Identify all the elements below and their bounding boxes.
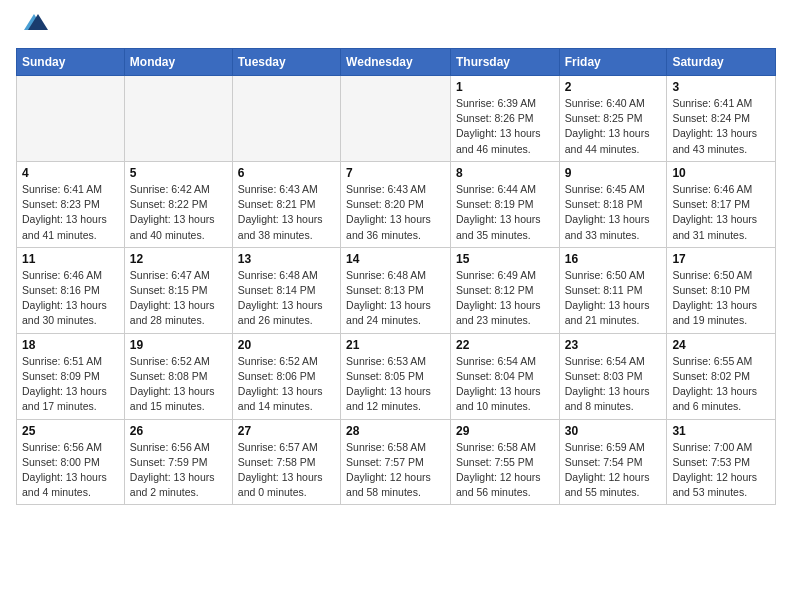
day-number: 24: [672, 338, 770, 352]
day-number: 26: [130, 424, 227, 438]
weekday-monday: Monday: [124, 49, 232, 76]
page-header: [16, 16, 776, 38]
weekday-friday: Friday: [559, 49, 667, 76]
day-cell: 21Sunrise: 6:53 AM Sunset: 8:05 PM Dayli…: [341, 333, 451, 419]
day-cell: 18Sunrise: 6:51 AM Sunset: 8:09 PM Dayli…: [17, 333, 125, 419]
day-info: Sunrise: 6:58 AM Sunset: 7:55 PM Dayligh…: [456, 440, 554, 501]
day-info: Sunrise: 6:58 AM Sunset: 7:57 PM Dayligh…: [346, 440, 445, 501]
day-cell: 26Sunrise: 6:56 AM Sunset: 7:59 PM Dayli…: [124, 419, 232, 505]
day-cell: [17, 76, 125, 162]
day-info: Sunrise: 6:52 AM Sunset: 8:08 PM Dayligh…: [130, 354, 227, 415]
day-cell: 28Sunrise: 6:58 AM Sunset: 7:57 PM Dayli…: [341, 419, 451, 505]
day-info: Sunrise: 6:56 AM Sunset: 7:59 PM Dayligh…: [130, 440, 227, 501]
day-number: 17: [672, 252, 770, 266]
weekday-tuesday: Tuesday: [232, 49, 340, 76]
day-cell: 11Sunrise: 6:46 AM Sunset: 8:16 PM Dayli…: [17, 247, 125, 333]
calendar-body: 1Sunrise: 6:39 AM Sunset: 8:26 PM Daylig…: [17, 76, 776, 505]
day-info: Sunrise: 6:44 AM Sunset: 8:19 PM Dayligh…: [456, 182, 554, 243]
day-info: Sunrise: 6:43 AM Sunset: 8:20 PM Dayligh…: [346, 182, 445, 243]
day-cell: [232, 76, 340, 162]
day-info: Sunrise: 6:46 AM Sunset: 8:16 PM Dayligh…: [22, 268, 119, 329]
day-number: 23: [565, 338, 662, 352]
day-cell: 3Sunrise: 6:41 AM Sunset: 8:24 PM Daylig…: [667, 76, 776, 162]
day-info: Sunrise: 6:59 AM Sunset: 7:54 PM Dayligh…: [565, 440, 662, 501]
day-cell: 20Sunrise: 6:52 AM Sunset: 8:06 PM Dayli…: [232, 333, 340, 419]
day-info: Sunrise: 6:45 AM Sunset: 8:18 PM Dayligh…: [565, 182, 662, 243]
day-number: 14: [346, 252, 445, 266]
day-info: Sunrise: 6:55 AM Sunset: 8:02 PM Dayligh…: [672, 354, 770, 415]
day-info: Sunrise: 6:41 AM Sunset: 8:23 PM Dayligh…: [22, 182, 119, 243]
week-row-1: 1Sunrise: 6:39 AM Sunset: 8:26 PM Daylig…: [17, 76, 776, 162]
day-cell: 23Sunrise: 6:54 AM Sunset: 8:03 PM Dayli…: [559, 333, 667, 419]
week-row-2: 4Sunrise: 6:41 AM Sunset: 8:23 PM Daylig…: [17, 161, 776, 247]
day-cell: 15Sunrise: 6:49 AM Sunset: 8:12 PM Dayli…: [450, 247, 559, 333]
day-number: 27: [238, 424, 335, 438]
day-cell: 14Sunrise: 6:48 AM Sunset: 8:13 PM Dayli…: [341, 247, 451, 333]
weekday-sunday: Sunday: [17, 49, 125, 76]
day-cell: 29Sunrise: 6:58 AM Sunset: 7:55 PM Dayli…: [450, 419, 559, 505]
day-number: 2: [565, 80, 662, 94]
calendar-table: SundayMondayTuesdayWednesdayThursdayFrid…: [16, 48, 776, 505]
day-info: Sunrise: 6:54 AM Sunset: 8:03 PM Dayligh…: [565, 354, 662, 415]
day-cell: 5Sunrise: 6:42 AM Sunset: 8:22 PM Daylig…: [124, 161, 232, 247]
day-number: 10: [672, 166, 770, 180]
day-info: Sunrise: 6:49 AM Sunset: 8:12 PM Dayligh…: [456, 268, 554, 329]
day-cell: 31Sunrise: 7:00 AM Sunset: 7:53 PM Dayli…: [667, 419, 776, 505]
day-info: Sunrise: 6:42 AM Sunset: 8:22 PM Dayligh…: [130, 182, 227, 243]
day-info: Sunrise: 6:40 AM Sunset: 8:25 PM Dayligh…: [565, 96, 662, 157]
day-info: Sunrise: 6:41 AM Sunset: 8:24 PM Dayligh…: [672, 96, 770, 157]
day-cell: 25Sunrise: 6:56 AM Sunset: 8:00 PM Dayli…: [17, 419, 125, 505]
day-cell: 6Sunrise: 6:43 AM Sunset: 8:21 PM Daylig…: [232, 161, 340, 247]
day-info: Sunrise: 6:51 AM Sunset: 8:09 PM Dayligh…: [22, 354, 119, 415]
day-cell: 24Sunrise: 6:55 AM Sunset: 8:02 PM Dayli…: [667, 333, 776, 419]
day-cell: 17Sunrise: 6:50 AM Sunset: 8:10 PM Dayli…: [667, 247, 776, 333]
weekday-thursday: Thursday: [450, 49, 559, 76]
day-number: 31: [672, 424, 770, 438]
day-number: 25: [22, 424, 119, 438]
day-number: 13: [238, 252, 335, 266]
day-info: Sunrise: 6:54 AM Sunset: 8:04 PM Dayligh…: [456, 354, 554, 415]
day-info: Sunrise: 6:52 AM Sunset: 8:06 PM Dayligh…: [238, 354, 335, 415]
day-number: 22: [456, 338, 554, 352]
day-info: Sunrise: 7:00 AM Sunset: 7:53 PM Dayligh…: [672, 440, 770, 501]
day-cell: 7Sunrise: 6:43 AM Sunset: 8:20 PM Daylig…: [341, 161, 451, 247]
day-number: 20: [238, 338, 335, 352]
day-info: Sunrise: 6:50 AM Sunset: 8:10 PM Dayligh…: [672, 268, 770, 329]
day-number: 4: [22, 166, 119, 180]
day-cell: 30Sunrise: 6:59 AM Sunset: 7:54 PM Dayli…: [559, 419, 667, 505]
day-number: 15: [456, 252, 554, 266]
day-cell: 8Sunrise: 6:44 AM Sunset: 8:19 PM Daylig…: [450, 161, 559, 247]
day-cell: 12Sunrise: 6:47 AM Sunset: 8:15 PM Dayli…: [124, 247, 232, 333]
day-info: Sunrise: 6:50 AM Sunset: 8:11 PM Dayligh…: [565, 268, 662, 329]
day-number: 6: [238, 166, 335, 180]
day-number: 29: [456, 424, 554, 438]
day-number: 18: [22, 338, 119, 352]
day-number: 19: [130, 338, 227, 352]
day-cell: 10Sunrise: 6:46 AM Sunset: 8:17 PM Dayli…: [667, 161, 776, 247]
day-cell: [341, 76, 451, 162]
day-cell: 22Sunrise: 6:54 AM Sunset: 8:04 PM Dayli…: [450, 333, 559, 419]
day-info: Sunrise: 6:39 AM Sunset: 8:26 PM Dayligh…: [456, 96, 554, 157]
day-number: 30: [565, 424, 662, 438]
day-info: Sunrise: 6:57 AM Sunset: 7:58 PM Dayligh…: [238, 440, 335, 501]
day-cell: [124, 76, 232, 162]
day-number: 12: [130, 252, 227, 266]
day-number: 28: [346, 424, 445, 438]
day-number: 5: [130, 166, 227, 180]
day-cell: 1Sunrise: 6:39 AM Sunset: 8:26 PM Daylig…: [450, 76, 559, 162]
day-cell: 16Sunrise: 6:50 AM Sunset: 8:11 PM Dayli…: [559, 247, 667, 333]
day-info: Sunrise: 6:48 AM Sunset: 8:13 PM Dayligh…: [346, 268, 445, 329]
day-info: Sunrise: 6:43 AM Sunset: 8:21 PM Dayligh…: [238, 182, 335, 243]
week-row-5: 25Sunrise: 6:56 AM Sunset: 8:00 PM Dayli…: [17, 419, 776, 505]
day-number: 8: [456, 166, 554, 180]
weekday-header-row: SundayMondayTuesdayWednesdayThursdayFrid…: [17, 49, 776, 76]
logo-icon: [20, 12, 48, 38]
day-cell: 27Sunrise: 6:57 AM Sunset: 7:58 PM Dayli…: [232, 419, 340, 505]
day-info: Sunrise: 6:48 AM Sunset: 8:14 PM Dayligh…: [238, 268, 335, 329]
day-info: Sunrise: 6:47 AM Sunset: 8:15 PM Dayligh…: [130, 268, 227, 329]
day-number: 9: [565, 166, 662, 180]
day-number: 16: [565, 252, 662, 266]
day-cell: 4Sunrise: 6:41 AM Sunset: 8:23 PM Daylig…: [17, 161, 125, 247]
day-cell: 9Sunrise: 6:45 AM Sunset: 8:18 PM Daylig…: [559, 161, 667, 247]
day-number: 1: [456, 80, 554, 94]
